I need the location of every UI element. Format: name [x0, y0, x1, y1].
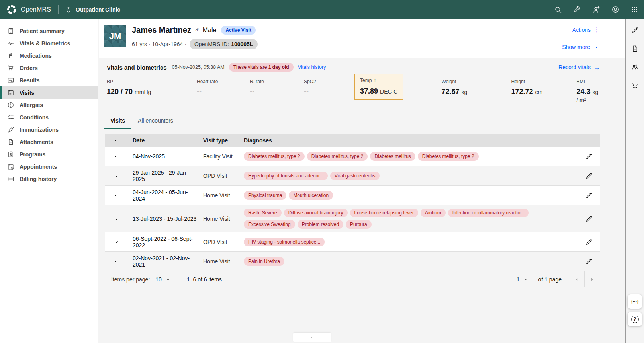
- sidebar-item-immunizations[interactable]: Immunizations: [0, 123, 98, 136]
- sidebar-item-programs[interactable]: Programs: [0, 148, 98, 160]
- overflow-menu-icon: ⋮: [594, 26, 600, 33]
- patient-age-dob: 61 yrs · 10-Apr-1964 ·: [132, 41, 186, 47]
- diagnosis-tag[interactable]: Hypertrophy of tonsils and adenoi...: [244, 172, 328, 180]
- location-selector[interactable]: Outpatient Clinic: [59, 6, 127, 13]
- sidebar-item-attachments[interactable]: Attachments: [0, 136, 98, 148]
- help-button[interactable]: ?: [628, 312, 642, 326]
- show-more-button[interactable]: Show more: [562, 44, 600, 50]
- sidebar-item-vitals-biometrics[interactable]: Vitals & Biometrics: [0, 37, 98, 49]
- row-expand-button[interactable]: [113, 239, 119, 245]
- vitals-history-link[interactable]: Vitals history: [298, 64, 326, 70]
- previous-page-button[interactable]: [569, 271, 584, 287]
- vital-label: Temp↑: [360, 78, 397, 83]
- edit-visit-button[interactable]: [585, 192, 593, 199]
- diagnosis-tag[interactable]: Rash, Severe: [244, 209, 282, 217]
- row-expand-button[interactable]: [113, 173, 119, 179]
- diagnosis-tag[interactable]: Pain in Urethra: [244, 257, 284, 266]
- sidebar-item-patient-summary[interactable]: Patient summary: [0, 25, 98, 37]
- medication-icon: [7, 52, 14, 59]
- search-button[interactable]: [548, 0, 568, 19]
- chevron-down-icon: [113, 239, 119, 245]
- expand-panel-button[interactable]: [293, 333, 331, 342]
- visits-tabs: VisitsAll encounters: [104, 113, 625, 129]
- vital-value: --: [304, 88, 354, 96]
- sidebar-item-visits[interactable]: Visits: [0, 86, 98, 99]
- app-switcher-button[interactable]: [625, 0, 644, 19]
- active-visit-badge: Active Visit: [221, 26, 255, 35]
- pencil-panel-button[interactable]: [628, 24, 641, 37]
- sidebar-item-results[interactable]: Results: [0, 74, 98, 86]
- page-select[interactable]: 1: [509, 271, 536, 287]
- diagnosis-tag[interactable]: Diabetes mellitus: [370, 152, 415, 161]
- patient-gender: Male: [203, 27, 217, 34]
- tab-all-encounters[interactable]: All encounters: [131, 113, 180, 129]
- avatar-button[interactable]: [606, 0, 625, 19]
- diagnosis-tag[interactable]: Infection or inflammatory reactio...: [448, 209, 529, 217]
- diagnosis-tag[interactable]: Physical trauma: [244, 191, 286, 200]
- diagnosis-tag[interactable]: Purpura: [346, 220, 372, 229]
- page-total-text: of 1 page: [536, 276, 569, 283]
- openmrs-logo[interactable]: OpenMRS: [0, 4, 58, 15]
- record-vitals-link[interactable]: Record vitals →: [558, 64, 600, 71]
- items-per-page-select[interactable]: 10: [155, 276, 171, 283]
- diagnosis-tag[interactable]: Ainhum: [421, 209, 446, 217]
- sidebar-item-appointments[interactable]: Appointments: [0, 160, 98, 173]
- diagnosis-tag[interactable]: Diffuse axonal brain injury: [284, 209, 348, 217]
- visit-date: 06-Sept-2022 - 06-Sept-2022: [128, 236, 203, 248]
- actions-button[interactable]: Actions ⋮: [572, 26, 600, 33]
- vital-tile-r-rate: R. rate --: [250, 74, 304, 96]
- vitals-age-prefix: These vitals are: [233, 64, 268, 70]
- chevron-up-icon: [309, 334, 315, 341]
- diagnosis-tag[interactable]: HIV staging - salmonella septice...: [244, 238, 325, 246]
- diagnosis-tag[interactable]: Viral gastroenteritis: [330, 172, 380, 180]
- patient-banner: JM James Martinez ♂ Male Active Visit 61…: [99, 19, 625, 58]
- document-icon: [631, 45, 639, 53]
- page-value: 1: [517, 276, 520, 283]
- diagnosis-tag[interactable]: Excessive Sweating: [244, 220, 295, 229]
- row-expand-button[interactable]: [113, 216, 119, 222]
- row-expand-button[interactable]: [113, 258, 119, 265]
- vital-tile-temp[interactable]: Temp↑ 37.89 DEG C: [354, 74, 403, 100]
- document-panel-button[interactable]: [628, 42, 641, 55]
- sidebar-item-billing-history[interactable]: Billing history: [0, 173, 98, 185]
- visit-row: 04-Jun-2024 - 05-Jun-2024 Home Visit Phy…: [105, 186, 600, 205]
- caret-left-icon: [573, 276, 580, 283]
- diagnosis-tag[interactable]: Diabetes mellitus, type 2: [418, 152, 479, 161]
- vital-label: SpO2: [304, 79, 354, 84]
- vitals-title: Vitals and biometrics: [107, 64, 167, 71]
- edit-visit-button[interactable]: [585, 215, 593, 222]
- vital-value: 72.57 kg: [441, 88, 511, 96]
- diagnosis-tag[interactable]: Mouth ulceration: [289, 191, 333, 200]
- sidebar-item-allergies[interactable]: Allergies: [0, 99, 98, 111]
- next-page-button[interactable]: [584, 271, 600, 287]
- sidebar-item-medications[interactable]: Medications: [0, 49, 98, 62]
- chevron-down-icon-slot: [165, 277, 171, 282]
- edit-visit-button[interactable]: [585, 172, 593, 179]
- row-expand-button[interactable]: [113, 192, 119, 199]
- visit-date: 04-Jun-2024 - 05-Jun-2024: [128, 189, 203, 202]
- diagnosis-tag[interactable]: Problem resolved: [298, 220, 343, 229]
- visit-diagnoses: Rash, SevereDiffuse axonal brain injuryL…: [241, 205, 578, 232]
- diagnosis-tag[interactable]: Diabetes mellitus, type 2: [307, 152, 368, 161]
- code-snippet-button[interactable]: {···}: [628, 294, 642, 309]
- edit-visit-button[interactable]: [585, 258, 593, 265]
- people-panel-button[interactable]: [628, 60, 641, 73]
- wrench-button[interactable]: [568, 0, 587, 19]
- sidebar-item-orders[interactable]: Orders: [0, 62, 98, 74]
- user-add-button[interactable]: [587, 0, 606, 19]
- edit-visit-button[interactable]: [585, 153, 593, 160]
- openmrs-logo-icon: [6, 4, 17, 15]
- tab-visits[interactable]: Visits: [104, 113, 131, 129]
- vital-tile-weight: Weight 72.57 kg: [441, 74, 511, 96]
- sidebar-item-label: Billing history: [20, 176, 57, 182]
- expand-all-icon-slot[interactable]: [113, 137, 119, 144]
- diagnosis-tag[interactable]: Diabetes mellitus, type 2: [244, 152, 305, 161]
- column-header-visit-type: Visit type: [203, 137, 241, 144]
- sidebar-item-label: Medications: [20, 53, 52, 59]
- top-navigation-bar: OpenMRS Outpatient Clinic: [0, 0, 644, 19]
- edit-visit-button[interactable]: [585, 238, 593, 246]
- row-expand-button[interactable]: [113, 153, 119, 160]
- diagnosis-tag[interactable]: Louse-borne relapsing fever: [350, 209, 418, 217]
- sidebar-item-conditions[interactable]: Conditions: [0, 111, 98, 123]
- cart-panel-button[interactable]: [628, 79, 641, 92]
